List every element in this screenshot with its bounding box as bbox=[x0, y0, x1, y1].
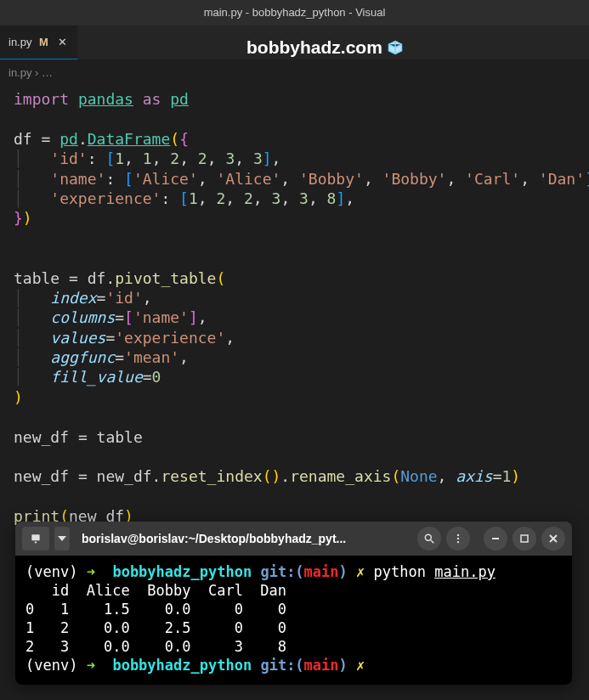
svg-point-6 bbox=[457, 541, 459, 543]
breadcrumb[interactable]: in.py › … bbox=[0, 59, 589, 86]
breadcrumb-separator: › bbox=[35, 66, 38, 79]
editor-tab[interactable]: in.py M ✕ bbox=[0, 25, 77, 59]
menu-icon[interactable] bbox=[446, 527, 470, 550]
breadcrumb-more: … bbox=[42, 66, 53, 79]
modified-indicator-icon: M bbox=[37, 36, 50, 49]
breadcrumb-file: in.py bbox=[8, 66, 31, 79]
new-tab-button[interactable] bbox=[22, 527, 49, 550]
terminal-body[interactable]: (venv) ➜ bobbyhadz_python git:(main) ✗ p… bbox=[15, 556, 572, 685]
svg-point-4 bbox=[457, 534, 459, 536]
terminal-title: borislav@borislav:~/Desktop/bobbyhadz_py… bbox=[75, 532, 412, 545]
title-bar: main.py - bobbyhadz_python - Visual bbox=[0, 0, 589, 25]
svg-rect-0 bbox=[31, 534, 39, 540]
terminal-header: borislav@borislav:~/Desktop/bobbyhadz_py… bbox=[15, 522, 572, 556]
maximize-button[interactable] bbox=[513, 527, 536, 550]
svg-rect-8 bbox=[521, 535, 528, 542]
tab-filename: in.py bbox=[8, 36, 31, 48]
svg-rect-1 bbox=[35, 542, 37, 544]
svg-line-3 bbox=[431, 540, 434, 544]
svg-point-2 bbox=[425, 534, 431, 540]
minimize-button[interactable] bbox=[484, 527, 507, 550]
close-button[interactable] bbox=[541, 527, 565, 550]
cube-icon bbox=[388, 40, 403, 55]
svg-point-5 bbox=[457, 538, 459, 539]
overlay-text: bobbyhadz.com bbox=[246, 37, 382, 58]
close-icon[interactable]: ✕ bbox=[55, 36, 69, 49]
code-editor[interactable]: import pandas as pd df = pd.DataFrame({ … bbox=[0, 86, 589, 530]
search-icon[interactable] bbox=[417, 527, 441, 550]
terminal-window: borislav@borislav:~/Desktop/bobbyhadz_py… bbox=[15, 522, 572, 685]
tab-dropdown-button[interactable] bbox=[54, 527, 70, 550]
watermark-overlay: bobbyhadz.com bbox=[246, 37, 403, 58]
